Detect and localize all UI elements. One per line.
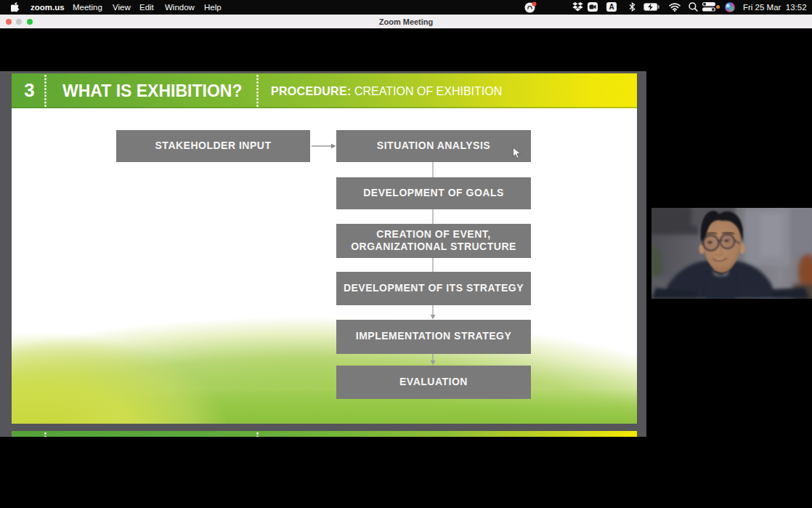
svg-text:A: A bbox=[609, 3, 614, 11]
